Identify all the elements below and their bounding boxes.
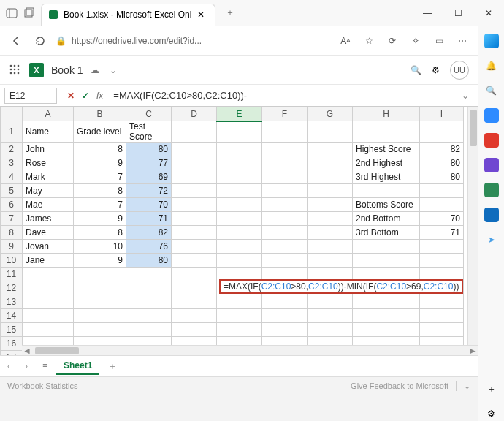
cell[interactable] (74, 295, 126, 309)
cell[interactable]: 69 (126, 170, 172, 184)
cell[interactable] (172, 309, 217, 323)
cell[interactable] (353, 184, 420, 198)
row-header[interactable]: 1 (1, 121, 23, 143)
row-header[interactable]: 2 (1, 143, 23, 156)
document-title[interactable]: Book 1 (51, 64, 83, 76)
cell[interactable] (308, 170, 353, 184)
cell[interactable] (217, 226, 262, 240)
cell[interactable] (308, 184, 353, 198)
row-header[interactable]: 8 (1, 226, 23, 240)
cell[interactable] (262, 309, 308, 323)
status-chevron[interactable]: ⌄ (464, 382, 470, 391)
cell[interactable] (420, 240, 464, 254)
cell[interactable] (262, 212, 308, 226)
row-header[interactable]: 6 (1, 198, 23, 212)
cell[interactable] (172, 268, 217, 281)
cell[interactable] (172, 121, 217, 143)
row-header[interactable]: 9 (1, 240, 23, 254)
cell[interactable] (217, 212, 262, 226)
cell[interactable] (126, 295, 172, 309)
minimize-button[interactable]: — (412, 0, 443, 26)
sheet-tab-active[interactable]: Sheet1 (56, 357, 99, 375)
more-icon[interactable]: ⋯ (456, 34, 469, 48)
spreadsheet-grid[interactable]: ABCDEFGHI1NameGrade levelTest Score2John… (0, 107, 464, 355)
cell[interactable] (420, 198, 464, 212)
cell[interactable] (262, 240, 308, 254)
cell[interactable]: 80 (126, 143, 172, 156)
row-header[interactable]: 4 (1, 170, 23, 184)
rail-app-icon-2[interactable] (484, 133, 499, 148)
cell[interactable] (308, 323, 353, 337)
cell[interactable] (262, 323, 308, 337)
cell[interactable]: 70 (420, 212, 464, 226)
status-feedback[interactable]: Give Feedback to Microsoft (351, 382, 448, 390)
send-icon[interactable]: ➤ (484, 232, 499, 247)
cell[interactable] (23, 295, 74, 309)
cell[interactable]: 9 (74, 156, 126, 170)
refresh-button[interactable] (32, 33, 48, 49)
browser-tab[interactable]: Book 1.xlsx - Microsoft Excel Onl ✕ (41, 4, 215, 26)
cell[interactable] (420, 184, 464, 198)
cell[interactable] (217, 240, 262, 254)
tabs-icon[interactable] (23, 7, 35, 19)
add-sheet-button[interactable]: ＋ (108, 360, 117, 373)
cell[interactable]: John (23, 143, 74, 156)
row-header[interactable]: 11 (1, 268, 23, 281)
cell[interactable] (262, 170, 308, 184)
cell[interactable] (353, 323, 420, 337)
cell[interactable] (262, 121, 308, 143)
cell[interactable]: 77 (126, 156, 172, 170)
vertical-scrollbar[interactable] (467, 107, 478, 345)
cell[interactable] (308, 309, 353, 323)
cell[interactable]: 72 (126, 184, 172, 198)
cell[interactable] (420, 295, 464, 309)
col-header[interactable]: D (172, 107, 217, 121)
cell[interactable] (172, 212, 217, 226)
search-rail-icon[interactable]: 🔍 (484, 83, 499, 98)
app-launcher-icon[interactable] (9, 64, 22, 77)
cell[interactable]: 70 (126, 198, 172, 212)
cell[interactable]: Grade level (74, 121, 126, 143)
cell[interactable]: 3rd Highest (353, 170, 420, 184)
cell[interactable] (217, 254, 262, 268)
cell[interactable]: Test Score (126, 121, 172, 143)
row-header[interactable]: 16 (1, 337, 23, 351)
cell[interactable]: 76 (126, 240, 172, 254)
cell[interactable] (217, 323, 262, 337)
cell[interactable] (172, 226, 217, 240)
star-icon[interactable]: ☆ (362, 34, 375, 48)
cell[interactable]: 80 (420, 170, 464, 184)
cell[interactable]: 7 (74, 198, 126, 212)
cell[interactable] (308, 226, 353, 240)
rail-app-icon-5[interactable] (484, 208, 499, 222)
cell[interactable] (74, 281, 126, 295)
cell[interactable]: 7 (74, 170, 126, 184)
search-icon[interactable]: 🔍 (411, 65, 421, 75)
col-header[interactable]: G (308, 107, 353, 121)
avatar[interactable]: UU (450, 61, 469, 80)
sheet-nav-prev[interactable]: ‹ (7, 361, 16, 371)
cell[interactable]: Highest Score (353, 143, 420, 156)
cell[interactable]: 2nd Highest (353, 156, 420, 170)
sidebar-toggle-icon[interactable] (6, 7, 18, 19)
cell[interactable] (74, 309, 126, 323)
inline-formula-overlay[interactable]: =MAX(IF(C2:C10>80,C2:C10))-MIN(IF(C2:C10… (219, 279, 463, 294)
row-header[interactable]: 3 (1, 156, 23, 170)
sheet-list-icon[interactable]: ≡ (42, 361, 47, 371)
close-window-button[interactable]: ✕ (473, 0, 504, 26)
copilot-icon[interactable] (484, 34, 499, 48)
formula-input[interactable]: =MAX(IF(C2:C10>80,C2:C10))- (113, 90, 457, 101)
cell[interactable] (23, 323, 74, 337)
cell[interactable] (308, 254, 353, 268)
cell[interactable] (353, 240, 420, 254)
cell[interactable] (23, 268, 74, 281)
horizontal-scrollbar[interactable]: ◄► (22, 345, 478, 355)
collections-icon[interactable]: ▭ (432, 34, 446, 48)
notification-bell-icon[interactable]: 🔔 (484, 58, 499, 73)
chevron-down-icon[interactable]: ⌄ (110, 65, 117, 75)
cell[interactable] (217, 170, 262, 184)
formula-confirm-icon[interactable]: ✓ (82, 91, 89, 101)
cell[interactable] (262, 184, 308, 198)
maximize-button[interactable]: ☐ (443, 0, 473, 26)
cell[interactable] (126, 281, 172, 295)
